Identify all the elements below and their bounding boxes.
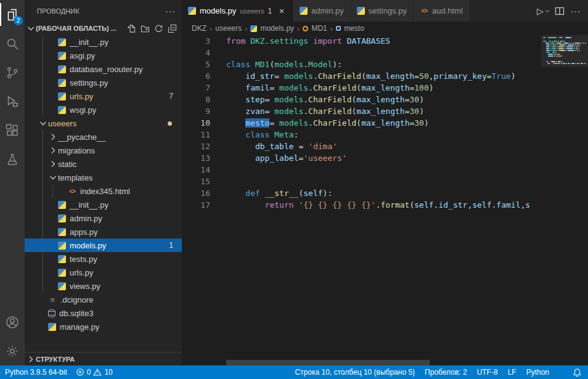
code-token [226,107,245,116]
minimap[interactable] [541,35,588,67]
tree-item-database_roouter.py[interactable]: database_roouter.py [25,62,182,76]
language-mode-status[interactable]: Python [526,368,549,377]
minimap-segment [559,37,563,38]
python-version-status[interactable]: Python 3.9.5 64-bit [5,368,67,377]
tree-item-asgi.py[interactable]: asgi.py [25,49,182,62]
minimap-segment [546,52,550,53]
breadcrumb-item-models.py[interactable]: models.py [250,24,294,33]
notifications-status[interactable] [573,368,582,377]
tree-item-db.sqlite3[interactable]: db.sqlite3 [25,306,182,320]
tree-item-views.py[interactable]: views.py [25,279,182,293]
tree-item-admin.py[interactable]: admin.py [25,211,182,225]
search-icon[interactable] [0,29,25,58]
problems-badge: 7 [169,92,173,100]
minimap-segment [575,50,576,51]
tree-item-migrations[interactable]: migrations [25,144,182,157]
refresh-icon[interactable] [153,23,165,35]
code-token [226,142,255,151]
indentation-status[interactable]: Пробелов: 2 [425,368,467,377]
status-label: Python 3.9.5 64-bit [5,368,67,377]
explorer-icon[interactable]: 2 [0,0,25,29]
settings-icon[interactable] [0,336,25,365]
code-token: ) [419,95,424,104]
source-control-icon[interactable] [0,58,25,87]
breadcrumb-label: MD1 [311,24,327,33]
code-token: CharField [313,118,356,128]
code-editor[interactable]: 3from DKZ.settings import DATABASES45cla… [182,35,588,365]
line-number: 12 [182,141,210,152]
run-debug-icon[interactable] [0,87,25,116]
code-line: 3from DKZ.settings import DATABASES [182,35,539,47]
breadcrumb-item-MD1[interactable]: MD1 [303,24,327,33]
code-token [250,60,255,69]
tree-item-wsgi.py[interactable]: wsgi.py [25,103,182,116]
tree-item-__init__.py[interactable]: __init__.py [25,35,182,49]
code-token: s [525,200,530,210]
code-line: 14 [182,164,539,176]
minimap-segment [557,54,561,55]
code-token: __str__ [265,189,299,198]
minimap-segment [557,46,558,47]
tree-item-settings.py[interactable]: settings.py [25,76,182,89]
code-token: 'dima' [308,142,337,151]
tab-aud.html[interactable]: <>aud.html [414,0,470,22]
tab-admin.py[interactable]: admin.py [293,0,351,22]
workspace-section-header[interactable]: (РАБОЧАЯ ОБЛАСТЬ) ... [25,22,182,35]
tree-item-tests.py[interactable]: tests.py [25,252,182,266]
breadcrumb-item-useeers[interactable]: useeers [215,24,242,33]
split-editor-icon[interactable] [552,3,567,19]
tree-item-urls.py[interactable]: urls.py [25,266,182,279]
more-actions-icon[interactable]: ··· [568,3,583,19]
line-content: mesto= models.CharField(max_length=30) [226,117,429,129]
tree-item-__init__.py[interactable]: __init__.py [25,198,182,211]
breadcrumb-item-mesto[interactable]: mesto [336,24,364,33]
extensions-icon[interactable] [0,116,25,145]
testing-icon[interactable] [0,145,25,174]
line-number: 16 [182,187,210,199]
minimap-segment [577,44,579,46]
minimap-segment [576,48,577,49]
tree-item-templates[interactable]: templates [25,171,182,184]
run-icon[interactable]: ▷ [536,3,551,19]
minimap-segment [557,44,558,46]
minimap-segment [546,37,547,38]
views-more-actions-icon[interactable]: ··· [165,6,176,16]
tab-settings.py[interactable]: settings.py [351,0,414,22]
minimap-segment [547,41,549,42]
close-icon[interactable]: × [277,6,287,16]
account-icon[interactable] [0,308,25,336]
minimap-segment [554,55,555,57]
tree-item-__pycache__[interactable]: __pycache__ [25,130,182,144]
eol-status[interactable]: LF [508,368,517,377]
tree-item-apps.py[interactable]: apps.py [25,225,182,238]
line-content: db_table = 'dima' [226,141,337,152]
collapse-all-icon[interactable] [166,23,178,35]
horizontal-scrollbar[interactable] [226,360,430,365]
cursor-position-status[interactable]: Строка 10, столбец 10 (выбрано 5) [295,368,415,377]
tree-item-label: views.py [70,282,100,291]
problems-status[interactable]: 010 [76,368,113,377]
encoding-status[interactable]: UTF-8 [477,368,498,377]
tree-item-useeers[interactable]: useeers [25,116,182,130]
tree-item-.dcignore[interactable]: ≡.dcignore [25,293,182,306]
code-token: . [303,60,308,69]
tab-models.py[interactable]: models.pyuseeers1× [182,0,293,22]
python-icon [58,214,66,222]
tree-item-index345.html[interactable]: <>index345.html [25,184,182,198]
code-token: = [269,118,279,128]
tree-item-manage.py[interactable]: manage.py [25,320,182,333]
minimap-segment [573,43,574,44]
code-line: 4 [182,47,539,59]
tree-item-static[interactable]: static [25,157,182,171]
new-folder-icon[interactable] [139,23,151,35]
code-token: = [487,71,492,81]
code-token: self [414,200,433,210]
breadcrumb-item-DKZ[interactable]: DKZ [192,24,206,33]
code-token: id_str [245,71,274,81]
outline-section-header[interactable]: СТРУКТУРА [25,352,182,365]
minimap-segment [548,55,554,57]
new-file-icon[interactable] [126,23,137,35]
tree-item-models.py[interactable]: models.py1 [25,238,182,252]
code-token [226,200,265,210]
tree-item-urls.py[interactable]: urls.py7 [25,89,182,103]
